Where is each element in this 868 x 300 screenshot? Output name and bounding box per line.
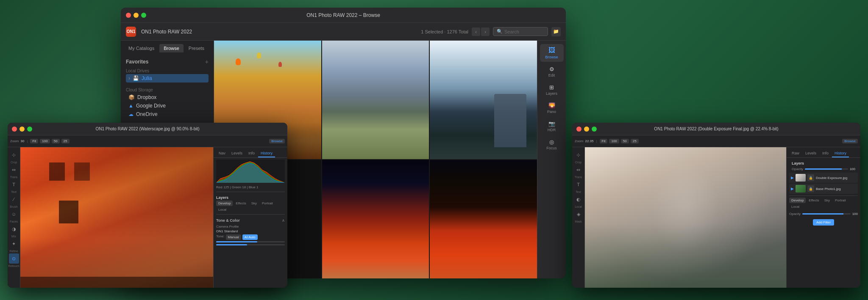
ai-auto-button[interactable]: AI Auto [242,234,258,240]
tool-mix[interactable]: ◑ [9,224,19,234]
right-tool-transform[interactable]: ⇔ [573,165,584,175]
right-tab-raw[interactable]: Raw [789,150,802,157]
dev-tab-local[interactable]: Local [216,207,228,212]
right-zoom-25-button[interactable]: 25 [631,139,639,143]
pano-panel-button[interactable]: 🌄 Pano [540,100,564,116]
right-zoom-50-button[interactable]: 50 [621,139,629,143]
right-close-button[interactable] [576,127,581,132]
zoom-50-button[interactable]: 50 [52,139,60,143]
close-button[interactable] [126,13,131,18]
zoom-25-button[interactable]: 25 [61,139,70,143]
right-fit-button[interactable]: Fit [600,139,608,143]
traffic-lights [126,13,146,18]
google-drive-icon: ▲ [128,103,134,109]
add-filter-button[interactable]: Add Filter [813,219,834,226]
right-dev-effects[interactable]: Effects [807,198,821,203]
right-tool-local[interactable]: ◐ [573,194,584,204]
photo-cell-2[interactable] [322,41,429,159]
opacity-slider-2[interactable] [802,213,851,215]
manual-button[interactable]: Manual [226,234,241,240]
tone-slider-2[interactable] [216,244,285,245]
layers-panel-button[interactable]: ⊞ Layers [540,82,564,98]
right-dev-develop[interactable]: Develop [789,198,806,203]
tone-slider-1[interactable] [216,241,285,242]
fit-button[interactable]: Fit [30,139,38,143]
tool-refine[interactable]: ✦ [9,239,19,249]
maximize-button[interactable] [141,13,146,18]
brush-label: Brush [10,205,17,208]
opacity-slider-1[interactable] [805,168,848,170]
minimize-button[interactable] [134,13,139,18]
sidebar-item-julia[interactable]: › 💾 Julia [126,74,209,83]
layer-item-2[interactable]: ▶ 🔒 Base Photo1.jpg [789,184,858,194]
left-tools: ⊹ Crop ⇔ Trans T Text ∕ Brush ☺ Faces ◑ … [8,147,20,288]
left-browse-topbar-btn[interactable]: Browse [269,139,285,143]
right-maximize-button[interactable] [592,127,597,132]
tab-levels[interactable]: Levels [229,150,245,157]
edit-icon: ⚙ [549,66,554,72]
zoom-100-button[interactable]: 100 [40,139,50,143]
right-zoom-100-button[interactable]: 100 [609,139,619,143]
profile-value: ON1 Standard [216,229,238,233]
right-browse-topbar-btn[interactable]: Browse [842,139,858,143]
search-box[interactable]: 🔍 Search [493,27,548,36]
tab-presets[interactable]: Presets [184,44,209,52]
tool-faces[interactable]: ☺ [9,209,19,219]
tool-transform[interactable]: ⇔ [9,165,19,175]
opacity-label-1: Opacity [792,167,803,171]
mix-icon: ◑ [12,226,16,232]
left-minimize-button[interactable] [19,127,25,132]
edit-panel-button[interactable]: ⚙ Edit [540,63,564,80]
nav-next-button[interactable]: › [481,28,490,36]
tool-brush[interactable]: ∕ [9,194,19,204]
dev-tab-sky[interactable]: Sky [249,201,259,206]
favorites-label: Favorites [126,59,148,65]
left-close-button[interactable] [12,127,17,132]
tool-retouch[interactable]: ⊙ [9,253,19,264]
left-maximize-button[interactable] [27,127,32,132]
right-tab-levels[interactable]: Levels [803,150,819,157]
tool-text[interactable]: T [9,179,19,190]
right-panel: 🖼 Browse ⚙ Edit ⊞ Layers 🌄 Pano 📷 HDR ◎ [537,41,566,278]
sidebar-tabs: My Catalogs Browse Presets [121,41,214,52]
dev-tab-portrait[interactable]: Portrait [260,201,275,206]
dev-tab-effects[interactable]: Effects [234,201,248,206]
folder-button[interactable]: 📁 [551,27,561,36]
focus-label: Focus [546,146,557,150]
right-tab-history[interactable]: History [832,150,849,157]
browse-panel-button[interactable]: 🖼 Browse [540,44,564,62]
layer-item-1[interactable]: ▶ 🔒 Double Exposure.jpg [789,173,858,183]
tool-crop[interactable]: ⊹ [9,150,19,160]
retouch-icon: ⊙ [12,256,16,261]
tab-nav[interactable]: Nav [216,150,228,157]
right-dev-local[interactable]: Local [789,204,801,209]
favorites-add-button[interactable]: + [205,58,209,65]
histogram [216,160,285,183]
photo-cell-6[interactable] [430,160,537,278]
right-minimize-button[interactable] [584,127,589,132]
right-dev-portrait[interactable]: Portrait [833,198,848,203]
sidebar-item-onedrive[interactable]: ☁ OneDrive [126,110,209,118]
right-traffic-lights [576,127,597,132]
right-tool-crop[interactable]: ⊹ [573,150,584,160]
nav-prev-button[interactable]: ‹ [472,28,480,36]
sidebar-item-google-drive[interactable]: ▲ Google Drive [126,102,209,110]
right-tool-text[interactable]: T [573,179,584,190]
pano-icon: 🌄 [548,102,555,109]
right-dev-sky[interactable]: Sky [822,198,832,203]
tab-history[interactable]: History [258,150,275,157]
tab-my-catalogs[interactable]: My Catalogs [124,44,159,52]
app-icon: ON1 [126,27,136,37]
focus-panel-button[interactable]: ◎ Focus [540,136,564,153]
right-right-panel: Raw Levels Info History Layers Opacity 1… [786,147,860,288]
hdr-panel-button[interactable]: 📷 HDR [540,118,564,135]
tab-info[interactable]: Info [246,150,257,157]
tab-browse[interactable]: Browse [159,44,184,52]
section-divider-2 [216,214,285,215]
photo-cell-3[interactable] [430,41,537,159]
dev-tab-develop[interactable]: Develop [216,201,233,206]
right-tab-info[interactable]: Info [820,150,831,157]
sidebar-item-dropbox[interactable]: 📦 Dropbox [126,93,209,102]
right-tool-mask[interactable]: ◈ [573,209,584,219]
photo-cell-5[interactable] [322,160,429,278]
